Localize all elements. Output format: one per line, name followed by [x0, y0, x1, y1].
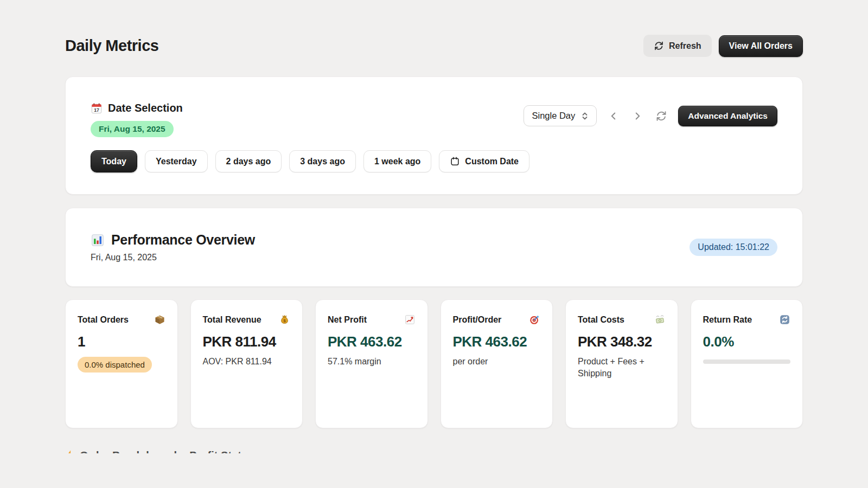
margin-text: 57.1% margin: [328, 356, 409, 368]
total-revenue-value: PKR 811.94: [203, 333, 291, 350]
date-selection-card: 17 Date Selection Fri, Aug 15, 2025 Sing…: [65, 76, 803, 195]
refresh-icon: [654, 41, 664, 51]
updated-time-badge: Updated: 15:01:22: [690, 239, 777, 256]
quick-date-3-days-ago[interactable]: 3 days ago: [289, 150, 356, 172]
net-profit-label: Net Profit: [328, 315, 367, 325]
select-chevrons-icon: [581, 112, 589, 120]
performance-overview-title: Performance Overview: [111, 232, 255, 248]
dispatched-badge: 0.0% dispatched: [78, 357, 152, 373]
aov-text: AOV: PKR 811.94: [203, 356, 284, 368]
next-section-clipped: Order Breakdown by Profit Status: [65, 450, 803, 453]
costs-breakdown-text: Product + Fees + Shipping: [578, 356, 659, 379]
refresh-button-label: Refresh: [669, 41, 701, 51]
date-controls: Single Day: [524, 105, 777, 126]
page-title: Daily Metrics: [65, 37, 158, 55]
flying-money-icon: [654, 314, 666, 325]
next-section-title: Order Breakdown by Profit Status: [80, 450, 254, 453]
date-mode-select[interactable]: Single Day: [524, 105, 597, 126]
quick-date-buttons: Today Yesterday 2 days ago 3 days ago 1 …: [91, 150, 777, 172]
bolt-icon: [65, 450, 75, 453]
return-rate-label: Return Rate: [703, 315, 752, 325]
advanced-analytics-label: Advanced Analytics: [688, 111, 768, 121]
metric-cards-row: Total Orders 1 0.0% dispatched To: [65, 299, 803, 428]
date-selection-left: 17 Date Selection Fri, Aug 15, 2025: [91, 102, 183, 137]
previous-day-button[interactable]: [607, 109, 621, 123]
net-profit-value: PKR 463.62: [328, 333, 416, 350]
profit-per-order-value: PKR 463.62: [453, 333, 541, 350]
total-revenue-label: Total Revenue: [203, 315, 261, 325]
total-costs-value: PKR 348.32: [578, 333, 666, 350]
page-header: Daily Metrics Refresh View All Orders: [65, 0, 803, 57]
per-order-text: per order: [453, 356, 534, 368]
target-icon: [529, 314, 540, 325]
total-revenue-card: Total Revenue $ PKR 811.94 AOV: PKR 811.…: [190, 299, 303, 428]
quick-date-1-week-ago[interactable]: 1 week ago: [363, 150, 431, 172]
refresh-button[interactable]: Refresh: [643, 35, 712, 57]
sync-button[interactable]: [654, 109, 668, 123]
total-orders-value: 1: [78, 333, 165, 350]
daily-metrics-page: Daily Metrics Refresh View All Orders: [0, 0, 868, 488]
return-arrows-icon: [779, 314, 790, 325]
return-rate-card: Return Rate 0.0%: [691, 299, 803, 428]
profit-per-order-card: Profit/Order PKR 463.62 per order: [441, 299, 553, 428]
performance-overview-subtitle: Fri, Aug 15, 2025: [91, 253, 255, 262]
quick-date-today[interactable]: Today: [91, 150, 137, 172]
money-bag-icon: $: [279, 314, 290, 325]
chart-up-icon: [404, 314, 416, 325]
next-day-button[interactable]: [630, 109, 644, 123]
custom-date-button[interactable]: Custom Date: [439, 150, 529, 172]
package-icon: [154, 314, 165, 325]
view-all-orders-button[interactable]: View All Orders: [719, 35, 803, 57]
net-profit-card: Net Profit PKR 463.62 57.1% margin: [315, 299, 428, 428]
return-rate-progress: [703, 359, 791, 364]
performance-overview-left: Performance Overview Fri, Aug 15, 2025: [91, 232, 255, 262]
chevron-right-icon: [631, 110, 643, 122]
date-selection-title: Date Selection: [108, 102, 183, 114]
total-orders-card: Total Orders 1 0.0% dispatched: [65, 299, 178, 428]
advanced-analytics-button[interactable]: Advanced Analytics: [678, 106, 777, 126]
bar-chart-icon: [91, 233, 105, 247]
quick-date-2-days-ago[interactable]: 2 days ago: [215, 150, 282, 172]
total-costs-label: Total Costs: [578, 315, 624, 325]
calendar-icon: 17: [91, 102, 103, 114]
sync-refresh-icon: [655, 110, 667, 122]
quick-date-yesterday[interactable]: Yesterday: [145, 150, 208, 172]
total-costs-card: Total Costs PKR 348.32 Product +: [565, 299, 678, 428]
performance-overview-card: Performance Overview Fri, Aug 15, 2025 U…: [65, 208, 803, 287]
svg-text:17: 17: [94, 107, 99, 113]
selected-date-badge: Fri, Aug 15, 2025: [91, 121, 174, 137]
chevron-left-icon: [608, 110, 620, 122]
date-mode-select-value: Single Day: [532, 111, 575, 121]
view-all-orders-label: View All Orders: [729, 41, 793, 51]
custom-date-label: Custom Date: [465, 157, 519, 166]
return-rate-value: 0.0%: [703, 333, 791, 350]
total-orders-label: Total Orders: [78, 315, 129, 325]
profit-per-order-label: Profit/Order: [453, 315, 502, 325]
header-actions: Refresh View All Orders: [643, 35, 803, 57]
calendar-outline-icon: [450, 156, 460, 166]
